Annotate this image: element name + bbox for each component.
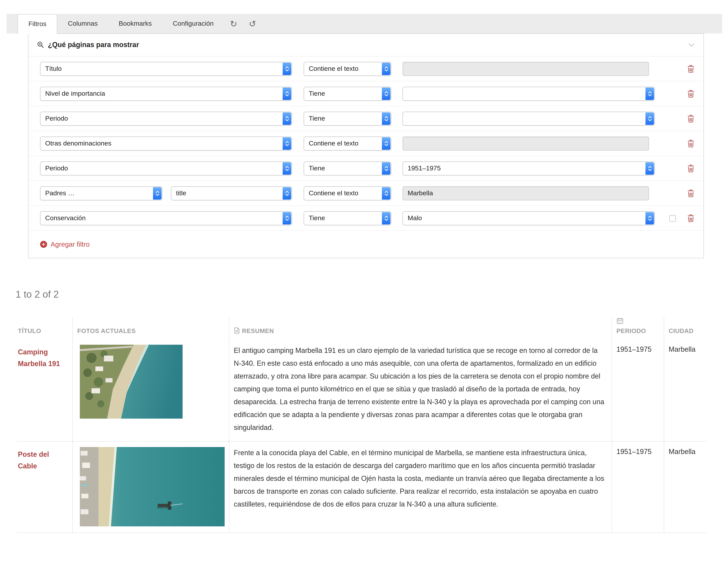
select-stepper-icon: [382, 63, 390, 75]
select-value: title: [176, 190, 186, 197]
delete-filter-button[interactable]: [687, 164, 695, 172]
filter-panel-header: ¿Qué páginas para mostrar: [28, 34, 703, 56]
result-period: 1951–1975: [612, 339, 664, 441]
select-stepper-icon: [645, 112, 654, 125]
trash-icon: [687, 189, 695, 197]
add-filter-label: Agregar filtro: [51, 240, 90, 249]
select-stepper-icon: [645, 212, 654, 225]
filter-field-select[interactable]: Nivel de importancia: [40, 87, 292, 101]
refresh-icon[interactable]: [224, 14, 243, 33]
select-value: Periodo: [45, 115, 68, 123]
add-filter-row: Agregar filtro: [28, 231, 703, 258]
filter-value-select[interactable]: [403, 112, 655, 126]
delete-filter-button[interactable]: [687, 90, 695, 98]
select-stepper-icon: [283, 162, 291, 175]
zoom-in-icon: [37, 41, 44, 49]
filter-value-input[interactable]: [403, 137, 649, 151]
select-value: Padres …: [45, 190, 75, 197]
filter-row: Otras denominaciones Contiene el texto: [28, 131, 703, 156]
select-stepper-icon: [645, 88, 654, 100]
filter-field-select[interactable]: Conservación: [40, 211, 292, 225]
filter-operator-select[interactable]: Contiene el texto: [304, 62, 391, 76]
select-value: Contiene el texto: [309, 190, 358, 197]
select-value: Periodo: [45, 165, 68, 172]
select-stepper-icon: [153, 187, 162, 200]
result-city: Marbella: [664, 339, 707, 441]
column-header-resumen[interactable]: RESUMEN: [229, 317, 612, 339]
result-period: 1951–1975: [612, 441, 664, 533]
filter-field-select[interactable]: Otras denominaciones: [40, 137, 292, 151]
trash-icon: [687, 164, 695, 172]
select-stepper-icon: [283, 63, 291, 75]
filter-field-select[interactable]: Título: [40, 62, 292, 76]
filter-value-input[interactable]: [403, 186, 649, 200]
filter-checkbox[interactable]: [669, 215, 676, 222]
panel-title: ¿Qué páginas para mostrar: [48, 41, 139, 49]
result-summary: Frente a la conocida playa del Cable, en…: [234, 447, 605, 511]
page: Filtros Columnas Bookmarks Configuración…: [0, 0, 728, 568]
filter-operator-select[interactable]: Tiene: [304, 211, 391, 225]
delete-filter-button[interactable]: [687, 114, 695, 123]
plus-circle-icon: [40, 241, 47, 248]
result-title-link[interactable]: Poste del Cable: [18, 448, 69, 472]
filter-row: Periodo Tiene 1951–1975: [28, 156, 703, 181]
result-summary: El antiguo camping Marbella 191 es un cl…: [234, 344, 605, 434]
delete-filter-button[interactable]: [687, 139, 695, 148]
result-title-link[interactable]: Camping Marbella 191: [18, 346, 69, 369]
filter-value-select[interactable]: Malo: [403, 211, 655, 225]
select-value: Tiene: [309, 90, 325, 98]
delete-filter-button[interactable]: [687, 189, 695, 197]
tab-configuracion[interactable]: Configuración: [162, 14, 224, 33]
select-stepper-icon: [283, 137, 291, 150]
filter-value-select[interactable]: [403, 87, 655, 101]
trash-icon: [687, 214, 695, 222]
filter-field-select[interactable]: Periodo: [40, 112, 292, 126]
aerial-photo-poste-del-cable[interactable]: [80, 447, 229, 526]
select-value: 1951–1975: [408, 165, 441, 172]
results-table: TÍTULO FOTOS ACTUALES RESUMEN PERIODO CI…: [17, 317, 707, 533]
tab-filtros[interactable]: Filtros: [18, 14, 57, 34]
filter-operator-select[interactable]: Contiene el texto: [304, 137, 391, 151]
undo-icon[interactable]: [243, 14, 262, 33]
tab-columnas[interactable]: Columnas: [57, 14, 108, 33]
filter-panel: ¿Qué páginas para mostrar Título Contien…: [28, 33, 704, 258]
trash-icon: [687, 90, 695, 98]
delete-filter-button[interactable]: [687, 214, 695, 222]
aerial-photo-camping-marbella[interactable]: [80, 345, 229, 419]
table-row: Poste del Cable: [17, 441, 707, 533]
select-value: Tiene: [309, 115, 325, 123]
collapse-panel-button[interactable]: [689, 43, 694, 47]
filter-subfield-select[interactable]: title: [171, 186, 292, 200]
trash-icon: [687, 114, 695, 123]
column-header-periodo[interactable]: PERIODO: [612, 317, 664, 339]
select-value: Contiene el texto: [309, 65, 358, 73]
chevron-down-icon: [689, 43, 694, 47]
filter-row: Conservación Tiene Malo: [28, 206, 703, 231]
filter-row: Periodo Tiene: [28, 106, 703, 131]
filter-row: Título Contiene el texto: [28, 56, 703, 81]
select-stepper-icon: [382, 187, 390, 200]
filter-operator-select[interactable]: Tiene: [304, 112, 391, 126]
select-stepper-icon: [283, 112, 291, 125]
select-value: Otras denominaciones: [45, 140, 111, 148]
filter-field-select[interactable]: Periodo: [40, 162, 292, 176]
column-header-fotos[interactable]: FOTOS ACTUALES: [72, 317, 229, 339]
filter-value-select[interactable]: 1951–1975: [403, 162, 655, 176]
select-stepper-icon: [382, 137, 390, 150]
table-row: Camping Marbella 191: [17, 339, 707, 441]
select-value: Título: [45, 65, 62, 73]
delete-filter-button[interactable]: [687, 65, 695, 73]
filter-operator-select[interactable]: Tiene: [304, 87, 391, 101]
column-header-ciudad[interactable]: CIUDAD: [664, 317, 707, 339]
add-filter-button[interactable]: Agregar filtro: [40, 240, 90, 249]
tab-bookmarks[interactable]: Bookmarks: [108, 14, 162, 33]
filter-field-select[interactable]: Padres …: [40, 186, 162, 200]
select-value: Nivel de importancia: [45, 90, 105, 98]
select-value: Malo: [408, 214, 422, 222]
column-header-titulo[interactable]: TÍTULO: [17, 317, 72, 339]
filter-operator-select[interactable]: Tiene: [304, 162, 391, 176]
filter-value-input[interactable]: [403, 62, 649, 76]
filter-operator-select[interactable]: Contiene el texto: [304, 186, 391, 200]
select-value: Tiene: [309, 165, 325, 172]
select-stepper-icon: [382, 112, 390, 125]
